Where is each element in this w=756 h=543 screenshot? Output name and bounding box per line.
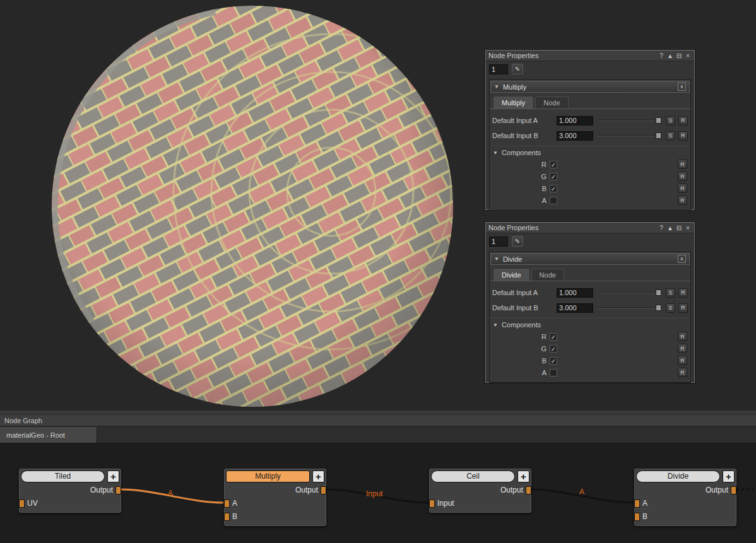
input-port[interactable]	[224, 513, 230, 521]
tab-divide[interactable]: Divide	[493, 269, 529, 281]
tab-node[interactable]: Node	[531, 269, 564, 281]
panel-titlebar[interactable]: Node Properties ? ▲ ⊟ ×	[486, 223, 694, 233]
panel-title: Node Properties	[488, 52, 656, 59]
pin-button[interactable]: ✎	[512, 236, 523, 247]
collapse-icon[interactable]: ▲	[666, 52, 674, 60]
checkbox-r[interactable]: ✓	[550, 333, 557, 341]
s-button[interactable]: S	[666, 116, 675, 126]
components-title: Components	[502, 149, 541, 156]
node-graph-titlebar[interactable]: Node Graph	[0, 414, 756, 426]
reset-button[interactable]: R	[678, 344, 687, 353]
s-button[interactable]: S	[666, 131, 675, 141]
node-title[interactable]: Tiled	[21, 470, 105, 482]
disclosure-triangle-icon[interactable]: ▼	[493, 322, 498, 328]
input-port[interactable]	[634, 499, 640, 508]
disclosure-triangle-icon[interactable]: ▼	[494, 84, 499, 90]
output-port[interactable]	[321, 486, 326, 494]
graph-node-multiply[interactable]: + Multiply Output A B	[224, 469, 326, 526]
tab-node[interactable]: Node	[535, 96, 568, 108]
checkbox-g[interactable]: ✓	[550, 345, 557, 353]
reset-button[interactable]: R	[678, 368, 687, 377]
default-input-a-slider[interactable]	[596, 115, 663, 126]
field-row-default-input-a: Default Input A S R	[492, 285, 688, 300]
default-input-a-value[interactable]	[557, 288, 593, 298]
graph-node-divide[interactable]: + Divide Output A B	[634, 469, 736, 526]
s-button[interactable]: S	[666, 288, 675, 298]
add-node-button[interactable]: +	[312, 470, 324, 482]
checkbox-b[interactable]: ✓	[550, 357, 557, 365]
output-port[interactable]	[526, 486, 531, 494]
output-port[interactable]	[731, 486, 736, 494]
slider-handle[interactable]	[656, 289, 661, 296]
remove-node-button[interactable]: x	[678, 255, 686, 263]
panel-titlebar[interactable]: Node Properties ? ▲ ⊟ ×	[486, 50, 694, 61]
default-input-b-value[interactable]	[557, 303, 593, 313]
node-title[interactable]: Ceil	[431, 470, 515, 482]
node-section-header[interactable]: ▼ Multiply x	[490, 81, 690, 93]
component-label: A	[490, 369, 546, 377]
output-row: Output	[635, 484, 736, 497]
reset-button[interactable]: R	[678, 356, 687, 365]
help-icon[interactable]: ?	[658, 52, 665, 60]
node-title[interactable]: Divide	[636, 470, 720, 482]
panel-index-row: ✎	[486, 61, 694, 76]
checkbox-a[interactable]	[550, 197, 557, 204]
slider-handle[interactable]	[656, 305, 661, 311]
node-count-input[interactable]	[489, 64, 508, 74]
slider-handle[interactable]	[656, 117, 661, 124]
input-port[interactable]	[634, 513, 640, 521]
node-section: ▼ Multiply x Multiply Node Default Input…	[489, 79, 691, 211]
graph-node-ceil[interactable]: + Ceil Output Input	[429, 469, 531, 513]
tab-materialgeo-root[interactable]: materialGeo - Root	[0, 427, 97, 443]
checkbox-b[interactable]: ✓	[550, 185, 557, 192]
add-node-button[interactable]: +	[517, 470, 529, 482]
node-count-input[interactable]	[489, 236, 508, 247]
reset-button[interactable]: R	[678, 303, 688, 313]
output-port[interactable]	[115, 486, 121, 494]
add-node-button[interactable]: +	[107, 470, 119, 482]
node-graph-title: Node Graph	[4, 417, 42, 424]
node-title[interactable]: Multiply	[226, 470, 310, 482]
float-icon[interactable]: ⊟	[675, 52, 683, 60]
slider-handle[interactable]	[656, 132, 661, 139]
close-icon[interactable]: ×	[684, 224, 692, 232]
components-header[interactable]: ▼ Components	[490, 146, 690, 158]
tab-multiply[interactable]: Multiply	[493, 96, 533, 108]
input-port[interactable]	[19, 499, 25, 508]
disclosure-triangle-icon[interactable]: ▼	[494, 256, 499, 262]
reset-button[interactable]: R	[678, 172, 687, 181]
reset-button[interactable]: R	[678, 131, 688, 141]
input-port[interactable]	[429, 499, 435, 508]
help-icon[interactable]: ?	[658, 224, 665, 232]
components-header[interactable]: ▼ Components	[490, 318, 690, 330]
reset-button[interactable]: R	[678, 332, 687, 341]
node-section-header[interactable]: ▼ Divide x	[490, 253, 690, 265]
float-icon[interactable]: ⊟	[675, 224, 683, 232]
default-input-b-value[interactable]	[557, 131, 593, 141]
reset-button[interactable]: R	[678, 184, 687, 193]
disclosure-triangle-icon[interactable]: ▼	[493, 150, 498, 156]
checkbox-a[interactable]	[550, 369, 557, 377]
collapse-icon[interactable]: ▲	[666, 224, 674, 232]
default-input-b-slider[interactable]	[596, 131, 663, 141]
reset-button[interactable]: R	[678, 196, 687, 205]
close-icon[interactable]: ×	[684, 52, 692, 60]
default-input-b-slider[interactable]	[596, 303, 663, 313]
node-graph-canvas[interactable]: A Input A + Tiled Output UV + Multiply O…	[0, 443, 756, 543]
checkbox-r[interactable]: ✓	[550, 161, 557, 168]
checkbox-g[interactable]: ✓	[550, 173, 557, 180]
s-button[interactable]: S	[666, 303, 675, 313]
remove-node-button[interactable]: x	[678, 83, 686, 91]
graph-node-tiled[interactable]: + Tiled Output UV	[19, 469, 121, 513]
reset-button[interactable]: R	[678, 288, 688, 298]
input-port[interactable]	[224, 499, 230, 508]
default-input-a-value[interactable]	[557, 116, 593, 126]
component-row-a: A R	[490, 194, 687, 206]
node-graph-tabbar: materialGeo - Root	[0, 427, 756, 443]
pin-button[interactable]: ✎	[512, 64, 523, 74]
input-label: B	[642, 512, 647, 521]
reset-button[interactable]: R	[678, 116, 688, 126]
reset-button[interactable]: R	[678, 160, 687, 169]
default-input-a-slider[interactable]	[596, 288, 663, 298]
add-node-button[interactable]: +	[723, 470, 735, 482]
